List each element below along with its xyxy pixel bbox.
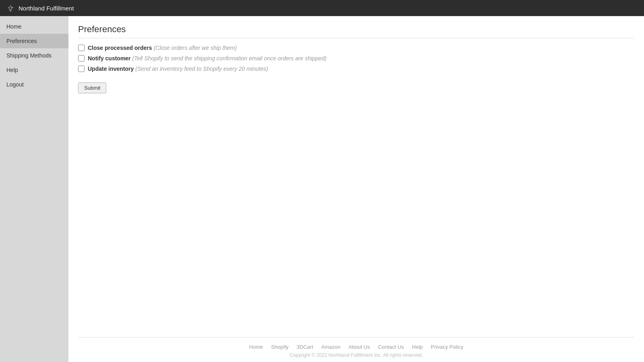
checkbox-notify-customer[interactable] (78, 55, 85, 62)
footer-link-3dcart[interactable]: 3DCart (297, 344, 313, 350)
checkbox-label-close-processed: Close processed orders (Close orders aft… (88, 45, 237, 51)
logo-icon (6, 3, 15, 13)
checkbox-close-processed[interactable] (78, 45, 85, 51)
sidebar-item-logout[interactable]: Logout (0, 77, 68, 92)
submit-button[interactable]: Submit (78, 82, 106, 93)
checkbox-row-notify-customer: Notify customer (Tell Shopify to send th… (78, 55, 634, 62)
footer-link-shopify[interactable]: Shopify (271, 344, 288, 350)
preferences-form: Close processed orders (Close orders aft… (78, 45, 634, 72)
footer-links: HomeShopify3DCartAmazonAbout UsContact U… (78, 344, 634, 350)
footer-copyright: Copyright © 2022 Northland Fulfillment I… (78, 352, 634, 358)
checkbox-label-bold-notify-customer: Notify customer (88, 55, 132, 62)
checkbox-label-bold-close-processed: Close processed orders (88, 45, 153, 51)
footer: HomeShopify3DCartAmazonAbout UsContact U… (78, 337, 634, 362)
sidebar-item-preferences[interactable]: Preferences (0, 34, 68, 48)
footer-link-home[interactable]: Home (249, 344, 263, 350)
sidebar-item-help[interactable]: Help (0, 63, 68, 77)
topbar: Northland Fulfillment (0, 0, 644, 16)
checkbox-row-close-processed: Close processed orders (Close orders aft… (78, 45, 634, 51)
checkbox-update-inventory[interactable] (78, 66, 85, 72)
footer-link-help[interactable]: Help (412, 344, 423, 350)
footer-link-about-us[interactable]: About Us (349, 344, 370, 350)
app-title: Northland Fulfillment (19, 5, 74, 12)
checkbox-label-bold-update-inventory: Update inventory (88, 66, 135, 72)
checkbox-label-update-inventory: Update inventory (Send an inventory feed… (88, 66, 268, 72)
checkbox-label-desc-close-processed: (Close orders after we ship them) (153, 45, 237, 51)
sidebar-item-shipping-methods[interactable]: Shipping Methods (0, 48, 68, 63)
checkbox-label-desc-update-inventory: (Send an inventory feed to Shopify every… (135, 66, 268, 72)
sidebar: HomePreferencesShipping MethodsHelpLogou… (0, 16, 68, 362)
checkbox-row-update-inventory: Update inventory (Send an inventory feed… (78, 66, 634, 72)
footer-link-contact-us[interactable]: Contact Us (378, 344, 404, 350)
footer-link-amazon[interactable]: Amazon (321, 344, 341, 350)
page-title: Preferences (78, 24, 634, 38)
sidebar-item-home[interactable]: Home (0, 19, 68, 34)
footer-link-privacy-policy[interactable]: Privacy Policy (431, 344, 463, 350)
checkbox-label-desc-notify-customer: (Tell Shopify to send the shipping confi… (132, 55, 326, 62)
checkbox-label-notify-customer: Notify customer (Tell Shopify to send th… (88, 55, 326, 62)
